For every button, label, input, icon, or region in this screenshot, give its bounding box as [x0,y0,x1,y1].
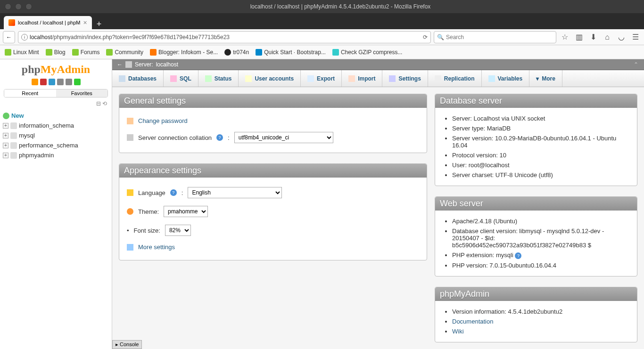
window-minimize[interactable] [15,3,22,10]
tree-db-item[interactable]: +performance_schema [3,140,109,150]
url-text: localhost/phpmyadmin/index.php?token=9ec… [30,34,421,41]
db-icon [10,122,17,129]
tree-new[interactable]: New [3,111,109,121]
content: General settings Change password Server … [112,87,644,349]
theme-select[interactable]: pmahomme [164,206,208,217]
search-input[interactable] [446,34,553,41]
nav-users[interactable]: User accounts [239,70,301,87]
bookmark-github[interactable]: tr074n [224,49,249,56]
reload-icon[interactable]: ⟳ [423,34,428,41]
panel-dbserver: Database server Server: Localhost via UN… [435,94,637,186]
reload-icon[interactable] [74,79,81,85]
doc-link[interactable]: Documentation [452,318,493,325]
collapse-icon[interactable]: ⌃ [634,61,638,68]
url-bar[interactable]: i localhost/phpmyadmin/index.php?token=9… [18,31,431,43]
db-icon [10,152,17,159]
tree-db-item[interactable]: +mysql [3,130,109,140]
library-icon[interactable]: ▥ [573,32,585,41]
downloads-icon[interactable]: ⬇ [587,32,599,41]
mint-icon [46,49,52,56]
help-icon[interactable]: ? [515,252,521,259]
window-close[interactable] [5,3,11,10]
settings-icon [389,75,396,82]
databases-icon [119,75,125,82]
bookmark-bar: Linux Mint Blog Forums Community Blogger… [0,45,644,59]
browser-tabbar: localhost / localhost | phpM × + [0,13,644,29]
fontsize-select[interactable]: 82% [165,225,191,236]
tab-recent[interactable]: Recent [4,89,56,97]
export-icon [307,75,314,82]
logout-icon[interactable] [40,79,47,85]
users-icon [245,75,252,82]
fontsize-label: Font size: [134,227,160,234]
nav-databases[interactable]: Databases [112,70,164,87]
search-bar[interactable]: 🔍 [434,31,556,43]
browser-tab[interactable]: localhost / localhost | phpM × [4,16,92,29]
tab-title: localhost / localhost | phpM [18,20,80,25]
help-icon[interactable]: ? [216,134,223,141]
nav-status[interactable]: Status [198,70,239,87]
bookmark-forums[interactable]: Forums [72,49,100,56]
main-area: ← Server: localhost ⌃ Databases SQL Stat… [112,59,644,349]
docs-icon[interactable] [49,79,55,85]
db-tree: New +information_schema +mysql +performa… [0,109,112,162]
home-icon[interactable]: ⌂ [602,33,613,41]
expand-icon[interactable]: + [3,153,8,158]
bookmark-blogger[interactable]: Blogger: Infokom - Se... [150,49,218,56]
wiki-link[interactable]: Wiki [452,328,464,335]
bookmark-blog[interactable]: Blog [46,49,66,56]
info-item: Documentation [452,317,629,326]
bookmark-star-icon[interactable]: ☆ [559,32,570,41]
pocket-icon[interactable]: ◡ [616,32,627,41]
info-item: Server charset: UTF-8 Unicode (utf8) [452,170,629,180]
more-settings-link[interactable]: More settings [138,243,175,251]
change-password-link[interactable]: Change password [138,117,188,124]
nav-replication[interactable]: Replication [428,70,482,87]
tab-close-icon[interactable]: × [83,19,87,26]
window-titlebar: localhost / localhost | phpMyAdmin 4.5.4… [0,0,644,13]
wrench-icon [127,244,133,251]
tree-db-item[interactable]: +phpmyadmin [3,150,109,160]
collation-select[interactable]: utf8mb4_unicode_ci [234,132,333,143]
expand-icon[interactable]: + [3,143,8,148]
panel-title: phpMyAdmin [435,287,637,301]
bookmark-community[interactable]: Community [106,49,143,56]
panel-title: Web server [435,197,637,211]
tab-favorites[interactable]: Favorites [56,89,108,97]
tree-db-item[interactable]: +information_schema [3,121,109,130]
nav-import[interactable]: Import [342,70,382,87]
chevron-down-icon: ▾ [536,75,539,82]
expand-icon[interactable]: + [3,133,8,138]
sql-icon[interactable] [57,79,64,85]
gzip-icon [332,49,339,56]
nav-sql[interactable]: SQL [164,70,198,87]
language-label: Language [138,189,165,196]
info-item: Wiki [452,326,629,336]
console-toggle[interactable]: ▸ Console [112,340,142,349]
window-maximize[interactable] [25,3,32,10]
sidebar-collapse[interactable]: ⊟ ⟲ [0,98,112,109]
nav-variables[interactable]: Variables [482,70,530,87]
phpmyadmin-logo[interactable]: phpMyAdmin [0,59,112,78]
panel-general: General settings Change password Server … [119,94,427,153]
expand-icon[interactable]: + [3,123,8,129]
bookmark-gzip[interactable]: Check GZIP compress... [332,49,402,56]
new-tab-button[interactable]: + [92,19,107,29]
home-icon[interactable] [32,79,38,85]
nav-export[interactable]: Export [301,70,342,87]
bookmark-linuxmint[interactable]: Linux Mint [5,49,39,56]
info-icon[interactable]: i [21,34,28,41]
menu-icon[interactable]: ☰ [630,32,641,41]
info-item: PHP extension: mysqli ? [452,250,629,260]
bookmark-bootstrap[interactable]: Quick Start · Bootstrap... [256,49,326,56]
panel-title: General settings [119,94,427,108]
nav-back-icon[interactable]: ← [117,61,123,68]
language-select[interactable]: English [188,187,282,198]
nav-more[interactable]: ▾More [529,70,562,87]
info-item: Protocol version: 10 [452,150,629,160]
help-icon[interactable]: ? [170,189,177,196]
settings-icon[interactable] [66,79,72,85]
back-button[interactable]: ← [3,31,15,43]
nav-settings[interactable]: Settings [382,70,428,87]
info-item: Version information: 4.5.4.1deb2ubuntu2 [452,307,629,317]
